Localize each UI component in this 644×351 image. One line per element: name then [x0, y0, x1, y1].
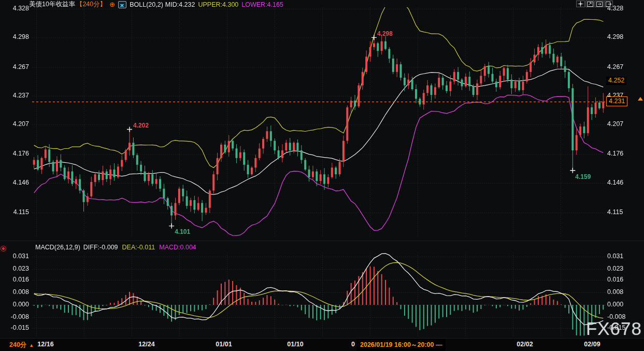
price-alert-arrow-icon: [638, 97, 643, 101]
price-axis-label: 4.207: [607, 120, 623, 128]
price-axis-label: 4.146: [0, 179, 29, 186]
macd-axis-label: 0.008: [607, 288, 623, 296]
candlestick-chart-canvas[interactable]: [0, 0, 644, 351]
macd-axis-label: 0.008: [0, 288, 29, 296]
price-axis-label: 4.267: [0, 63, 29, 71]
price-axis-label: 4.207: [0, 120, 29, 128]
macd-axis-label: 0.023: [0, 265, 29, 272]
macd-axis-label: -0.008: [0, 313, 29, 320]
macd-axis-label: 0.000: [0, 301, 29, 308]
price-axis-label: 4.298: [0, 33, 29, 40]
price-axis-label: 4.176: [0, 150, 29, 157]
price-axis-label: 4.115: [0, 208, 29, 216]
x-axis-tick: 12/16: [37, 341, 53, 348]
price-axis-label: 4.176: [607, 150, 623, 157]
interval-selector[interactable]: 240分▲: [9, 341, 34, 349]
boll-label: BOLL(20,2): [130, 1, 163, 8]
x-axis-tick: 01/10: [287, 341, 303, 348]
macd-axis-label: 0.031: [0, 252, 29, 260]
macd-axis-label: 0.031: [607, 252, 623, 260]
price-axis-label: 4.298: [607, 33, 623, 40]
x-axis-tick-partial: 0: [351, 341, 355, 348]
chart-toolbar: [576, 1, 613, 7]
trading-chart-app: 美债10年收益率【240分】 ⊕ BOLL(20,2) MID:4.232 UP…: [0, 0, 644, 351]
pane-shift-icon[interactable]: [604, 1, 613, 7]
instrument-title: 美债10年收益率: [29, 0, 75, 9]
price-axis-label: 4.146: [607, 179, 623, 186]
macd-dea-value: DEA:-0.011: [122, 244, 155, 251]
x-axis-tick: 12/24: [138, 341, 154, 348]
boll-mid-value: MID:4.232: [165, 1, 195, 8]
x-axis-tick: 01/01: [216, 341, 232, 348]
price-tag-4.252: 4.252: [606, 76, 626, 85]
boll-lower-value: LOWER:4.165: [241, 1, 283, 8]
indicator-marker-icon[interactable]: [1, 246, 6, 251]
price-axis-label: 4.267: [607, 63, 623, 71]
x-axis-tick: 02/02: [517, 341, 533, 348]
crosshair-time-tooltip: 2026/01/19 16:00～20:00 —: [356, 339, 446, 351]
fit-screen-icon[interactable]: [585, 1, 594, 7]
macd-macd-value: MACD:0.004: [159, 244, 196, 251]
price-axis-label: 4.115: [607, 208, 623, 216]
panel-divider: [0, 241, 644, 241]
price-axis-label: 4.237: [0, 92, 29, 99]
price-axis-label: 4.328: [0, 5, 29, 12]
move-tool-icon[interactable]: [576, 1, 585, 7]
macd-header: MACD(26,12,9) DIFF:-0.009 DEA:-0.011 MAC…: [35, 244, 196, 251]
macd-axis-label: -0.015: [0, 324, 29, 331]
interval-arrow-icon: ▲: [29, 343, 34, 348]
interval-tag: 【240分】: [76, 0, 106, 9]
macd-axis-label: 0.023: [607, 265, 623, 272]
pane-forward-icon[interactable]: [595, 1, 604, 7]
chart-type-icon[interactable]: [118, 1, 126, 8]
macd-axis-label: 0.016: [607, 276, 623, 283]
macd-diff-value: DIFF:-0.009: [83, 244, 118, 251]
x-axis-tick: 02/09: [584, 341, 600, 348]
boll-upper-value: UPPER:4.300: [198, 1, 238, 8]
macd-label: MACD(26,12,9): [35, 244, 80, 251]
main-chart-header: 美债10年收益率【240分】 ⊕ BOLL(20,2) MID:4.232 UP…: [29, 1, 283, 8]
macd-axis-label: 0.016: [0, 276, 29, 283]
add-indicator-icon[interactable]: ⊕: [109, 1, 115, 8]
watermark: FX678: [586, 318, 642, 339]
price-tag-4.231: 4.231: [606, 96, 627, 106]
macd-axis-label: 0.000: [607, 301, 623, 308]
time-axis-bar: 240分▲ 12/1612/2401/0101/1002/0202/090202…: [0, 338, 644, 351]
